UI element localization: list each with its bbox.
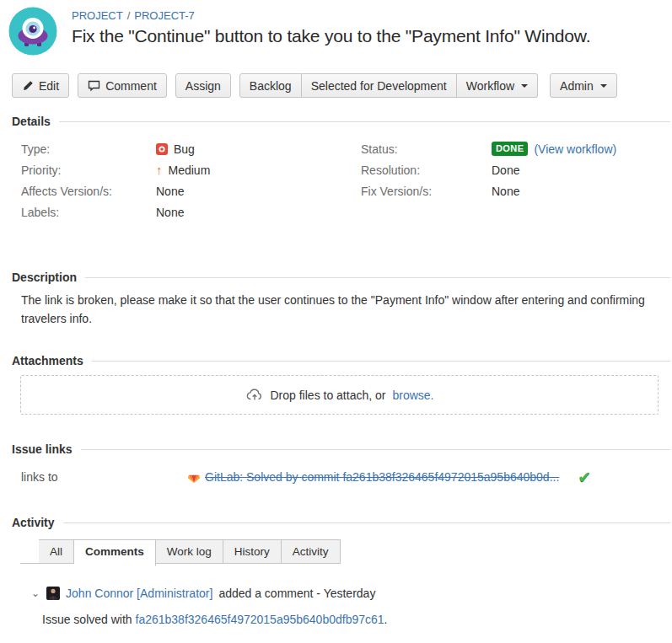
attachments-heading: Attachments [12,354,670,367]
section-divider [85,277,670,278]
speech-bubble-icon [88,79,100,92]
user-avatar[interactable] [46,587,60,600]
resolution-value: Done [492,163,519,177]
dropzone-text: Drop files to attach, or [271,388,386,402]
workflow-dropdown-label: Workflow [466,79,514,93]
comment-meta: added a comment - Yesterday [218,587,375,600]
comment-button-label: Comment [105,79,157,93]
comment-header: ⌄ John Connor [Administrator] added a co… [30,587,672,600]
gitlab-commit-link[interactable]: GitLab: Solved by commit fa261b38f326465… [187,470,559,484]
tab-work-log[interactable]: Work log [156,539,223,564]
breadcrumb-separator: / [127,9,131,22]
commit-hash-link[interactable]: fa261b38f326465f4972015a95b640b0dfb97c61 [136,613,384,626]
section-divider [92,361,670,362]
field-resolution: Resolution: Done [361,159,672,180]
affects-versions-label: Affects Version/s: [21,185,156,198]
activity-tabs: All Comments Work log History Activity [20,539,660,564]
section-divider [63,522,670,523]
field-fix-versions: Fix Version/s: None [361,180,672,201]
edit-button[interactable]: Edit [12,73,69,98]
issue-link-row: links to GitLab: Solved by commit fa261b… [21,469,672,485]
breadcrumb-issue-link[interactable]: PROJECT-7 [134,9,195,22]
green-check-icon: ✔ [578,469,591,485]
bug-icon [156,143,168,155]
page-title: Fix the "Continue" button to take you to… [72,26,590,46]
workflow-button-group: Backlog Selected for Development Workflo… [239,73,538,98]
arrow-up-icon: ↑ [156,163,163,176]
priority-label: Priority: [21,163,156,177]
edit-button-label: Edit [39,79,59,93]
comment-button[interactable]: Comment [78,73,167,98]
workflow-dropdown-button[interactable]: Workflow [457,73,538,98]
pencil-icon [22,80,34,92]
issue-links-heading-label: Issue links [12,442,73,456]
priority-value: Medium [169,163,211,177]
affects-versions-value: None [156,185,184,198]
field-affects-versions: Affects Version/s: None [21,180,361,201]
assign-button[interactable]: Assign [175,73,231,98]
comment-text-suffix: . [384,613,388,626]
issue-page: PROJECT/PROJECT-7 Fix the "Continue" but… [0,0,672,626]
attachments-section: Attachments Drop files to attach, or bro… [0,354,672,415]
backlog-button[interactable]: Backlog [239,73,302,98]
activity-section: Activity All Comments Work log History A… [0,516,672,626]
section-divider [59,121,670,122]
assign-button-label: Assign [185,79,221,93]
comment-text: Issue solved with [42,613,132,626]
dropdown-caret-icon [521,84,528,88]
labels-value: None [156,206,184,219]
tab-all[interactable]: All [39,539,74,564]
details-left-column: Type: Bug Priority: ↑ Medium [21,138,361,222]
chevron-down-icon[interactable]: ⌄ [30,588,40,598]
tab-comments[interactable]: Comments [74,539,156,566]
attachments-dropzone[interactable]: Drop files to attach, or browse. [20,375,659,415]
link-relation-label: links to [21,470,187,484]
cloud-upload-icon [245,386,264,405]
fix-versions-value: None [492,185,519,198]
comment-body: Issue solved with fa261b38f326465f497201… [42,613,672,626]
fix-versions-label: Fix Version/s: [361,185,492,198]
resolution-label: Resolution: [361,163,492,177]
details-heading-label: Details [12,115,51,128]
selected-for-development-label: Selected for Development [311,79,447,93]
status-badge: DONE [492,142,528,155]
tab-history[interactable]: History [223,539,282,564]
activity-heading: Activity [12,516,670,529]
project-avatar-icon[interactable] [8,7,57,56]
description-text: The link is broken, please make it so th… [21,292,651,328]
activity-heading-label: Activity [12,516,55,529]
type-label: Type: [21,142,156,156]
tab-bar-lead [20,540,39,564]
labels-label: Labels: [21,206,156,219]
details-grid: Type: Bug Priority: ↑ Medium [21,138,672,222]
toolbar: Edit Comment Assign Backlog Selected for… [12,73,660,98]
selected-for-development-button[interactable]: Selected for Development [302,73,457,98]
breadcrumb: PROJECT/PROJECT-7 [72,9,590,22]
field-priority: Priority: ↑ Medium [21,159,361,180]
issue-links-section: Issue links links to GitLab: Solved by c… [0,442,672,485]
description-heading: Description [12,271,670,284]
attachments-heading-label: Attachments [12,354,83,367]
issue-links-heading: Issue links [12,442,670,456]
gitlab-link-text: GitLab: Solved by commit fa261b38f326465… [205,470,559,484]
gitlab-icon [187,470,201,484]
section-divider [81,449,670,450]
field-status: Status: DONE (View workflow) [361,138,672,159]
status-label: Status: [361,142,492,156]
type-value: Bug [174,142,195,156]
comment-author-link[interactable]: John Connor [Administrator] [66,587,212,600]
admin-dropdown-label: Admin [560,79,594,93]
tab-activity[interactable]: Activity [282,539,341,564]
backlog-button-label: Backlog [250,79,292,93]
details-section: Details Type: Bug Priority: ↑ [0,115,672,222]
description-heading-label: Description [12,271,77,284]
breadcrumb-project-link[interactable]: PROJECT [72,9,123,22]
issue-header: PROJECT/PROJECT-7 Fix the "Continue" but… [0,0,672,56]
browse-link[interactable]: browse. [392,388,433,402]
admin-dropdown-button[interactable]: Admin [550,73,617,98]
details-heading: Details [12,115,670,128]
header-text: PROJECT/PROJECT-7 Fix the "Continue" but… [72,7,590,46]
view-workflow-link[interactable]: (View workflow) [534,142,616,156]
details-right-column: Status: DONE (View workflow) Resolution:… [361,138,672,222]
description-section: Description The link is broken, please m… [0,271,672,328]
